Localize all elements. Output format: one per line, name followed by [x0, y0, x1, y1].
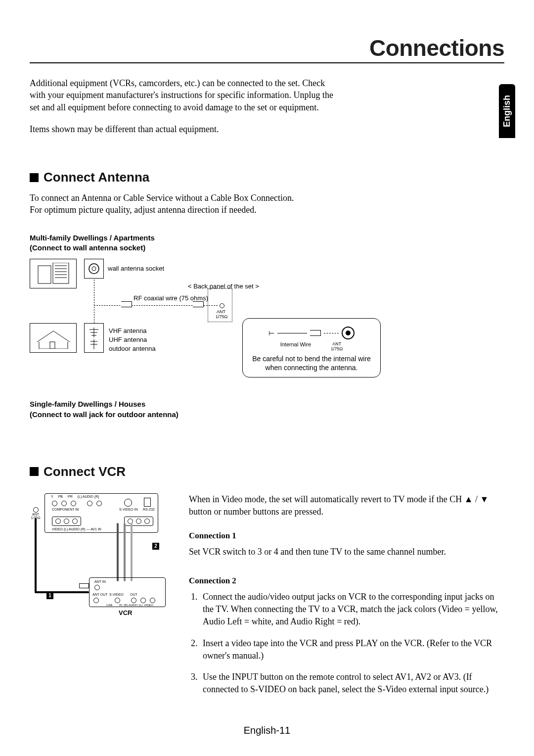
coax-cable [35, 518, 37, 592]
antenna-heading-text: Connect Antenna [44, 170, 149, 185]
coax-plug-icon [79, 583, 89, 588]
av-cable-1 [117, 523, 119, 581]
outdoor-antenna-icon [84, 323, 104, 353]
connection-2-step-1: Connect the audio/video output jacks on … [200, 591, 504, 628]
uhf-label: UHF antenna [109, 336, 147, 343]
lbl-antin: ANT IN [94, 580, 106, 583]
lbl-pr: PR [68, 495, 73, 498]
lbl-rs232: RS-232 [143, 508, 155, 511]
lbl-out: OUT [130, 593, 137, 596]
multi-dwelling-title: Multi-family Dwellings / Apartments (Con… [30, 233, 504, 253]
outdoor-label: outdoor antenna [109, 345, 156, 352]
internal-jack-icon [342, 327, 355, 339]
lbl-antout: ANT OUT [92, 593, 108, 596]
connection-2-step-3: Use the INPUT button on the remote contr… [200, 671, 504, 696]
vcr-heading-text: Connect VCR [44, 464, 126, 479]
vcr-unit: ANT IN ANT OUT S-VIDEO OUT IN (R) AUDIO … [89, 577, 166, 607]
svideo-jack-icon [124, 499, 132, 507]
house-icon [30, 323, 77, 353]
multi-line1: Multi-family Dwellings / Apartments [30, 233, 504, 243]
lbl-svideoin: S-VIDEO IN [119, 508, 138, 511]
internal-plug-icon [310, 330, 321, 336]
antenna-diagram: wall antenna socket < Back panel of the … [30, 259, 376, 397]
connection-2-heading: Connection 2 [189, 575, 504, 587]
lbl-svideo: S-VIDEO [109, 593, 124, 596]
language-tab: English [499, 84, 515, 138]
lbl-y: Y [51, 495, 53, 498]
rf-plug-left-icon [121, 301, 132, 309]
vcr-diagram: Y PB PR (L) AUDIO (R) COMPONENT IN S-VID… [30, 493, 168, 617]
av-cable-3 [131, 523, 133, 581]
page-number: English-11 [0, 725, 534, 736]
building-icon [30, 259, 77, 288]
svg-point-7 [89, 264, 99, 274]
antenna-body-2: For optimum picture quality, adjust ante… [30, 204, 336, 216]
intro-block: Additional equipment (VCRs, camcorders, … [30, 77, 336, 135]
tv-back-panel: Y PB PR (L) AUDIO (R) COMPONENT IN S-VID… [44, 493, 158, 533]
tv-ant-jack-icon [33, 507, 39, 513]
rf-plug-right-icon [193, 301, 204, 309]
callout-warning: Be careful not to bend the internal wire… [249, 354, 374, 372]
connection-1-heading: Connection 1 [189, 530, 504, 542]
page-title: Connections [30, 35, 504, 63]
rs232-icon [144, 498, 151, 507]
lbl-pb: PB [58, 495, 63, 498]
vcr-instructions: When in Video mode, the set will automat… [189, 493, 504, 705]
badge-1: 1 [46, 592, 53, 599]
wall-socket-icon [84, 259, 104, 279]
internal-wire-label: Internal Wire [280, 341, 311, 351]
vcr-unit-label: VCR [119, 609, 132, 616]
callout-ant: ANT [331, 341, 343, 346]
wall-socket-label: wall antenna socket [108, 265, 164, 272]
callout-ohm: 1/75Ω [331, 346, 343, 351]
lbl-in-row: IN (R) AUDIO (L) VIDEO [119, 604, 153, 607]
single-line1: Single-family Dwellings / Houses [30, 399, 504, 409]
lbl-component: COMPONENT IN [52, 508, 79, 511]
antenna-body-1: To connect an Antenna or Cable Service w… [30, 192, 336, 204]
single-line2: (Connect to wall jack for outdoor antenn… [30, 410, 504, 420]
vcr-antin-jack [94, 585, 100, 590]
section-vcr-heading: Connect VCR [30, 464, 504, 479]
av-cable-2 [124, 523, 126, 581]
connection-1-body: Set VCR switch to 3 or 4 and then tune T… [189, 546, 504, 558]
section-antenna-heading: Connect Antenna [30, 170, 504, 185]
multi-line2: (Connect to wall antenna socket) [30, 243, 504, 253]
rf-wire-label: RF coaxial wire (75 ohms) [134, 294, 208, 302]
svg-rect-0 [38, 266, 51, 284]
lbl-laudio: (L) AUDIO (R) [78, 495, 99, 498]
svg-rect-9 [50, 342, 55, 349]
single-dwelling-title: Single-family Dwellings / Houses (Connec… [30, 399, 504, 420]
vhf-label: VHF antenna [109, 327, 147, 334]
intro-p1: Additional equipment (VCRs, camcorders, … [30, 77, 336, 113]
lbl-ant: ANT [30, 513, 42, 516]
antenna-body: To connect an Antenna or Cable Service w… [30, 192, 336, 216]
internal-wire-callout: ⊢ Internal Wire ANT 1/75Ω Be careful not… [242, 318, 381, 378]
coax-cable-h [35, 591, 89, 593]
square-bullet-icon [30, 467, 39, 476]
intro-p2: Items shown may be different than actual… [30, 123, 336, 135]
lbl-av1: VIDEO (L) AUDIO (R) — AV1 IN [52, 527, 101, 531]
square-bullet-icon [30, 173, 39, 182]
connection-2-step-2: Insert a video tape into the VCR and pre… [200, 637, 504, 662]
lbl-cab: CAB [106, 604, 112, 607]
svg-point-8 [92, 267, 96, 271]
badge-2: 2 [152, 543, 159, 550]
vcr-intro: When in Video mode, the set will automat… [189, 493, 504, 518]
